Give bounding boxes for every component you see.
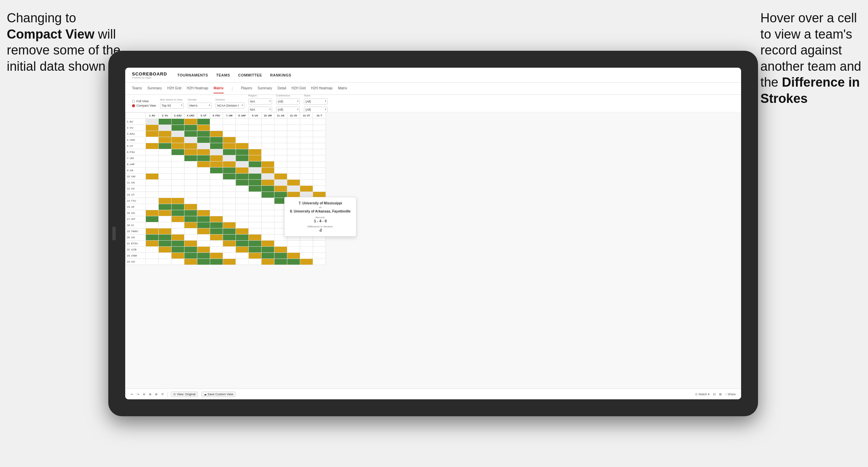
matrix-cell[interactable]	[300, 247, 313, 253]
matrix-cell[interactable]	[313, 180, 326, 186]
matrix-cell[interactable]	[172, 222, 184, 228]
matrix-cell[interactable]	[197, 247, 210, 253]
matrix-cell[interactable]	[223, 143, 236, 149]
matrix-cell[interactable]	[300, 143, 313, 149]
matrix-cell[interactable]	[313, 137, 326, 143]
filter-team-select2[interactable]: (All)	[304, 107, 328, 113]
matrix-cell[interactable]	[210, 119, 223, 125]
matrix-cell[interactable]	[197, 228, 210, 235]
matrix-cell[interactable]	[172, 228, 184, 235]
matrix-cell[interactable]	[197, 198, 210, 204]
matrix-cell[interactable]	[159, 198, 172, 204]
filter-team-select[interactable]: (All)	[304, 98, 328, 105]
matrix-cell[interactable]	[223, 192, 236, 198]
matrix-cell[interactable]	[146, 247, 159, 253]
matrix-cell[interactable]	[249, 143, 262, 149]
matrix-cell[interactable]	[249, 247, 262, 253]
sub-nav-matrix1[interactable]: Matrix	[214, 84, 223, 93]
matrix-cell[interactable]	[184, 235, 197, 241]
matrix-cell[interactable]	[159, 143, 172, 149]
matrix-cell[interactable]	[184, 228, 197, 235]
matrix-cell[interactable]	[210, 168, 223, 174]
matrix-cell[interactable]	[172, 131, 184, 137]
matrix-cell[interactable]	[146, 168, 159, 174]
matrix-cell[interactable]	[197, 168, 210, 174]
sub-nav-h2h-heatmap1[interactable]: H2H Heatmap	[187, 84, 208, 93]
matrix-cell[interactable]	[172, 137, 184, 143]
matrix-cell[interactable]	[184, 192, 197, 198]
matrix-cell[interactable]	[274, 180, 287, 186]
nav-tournaments[interactable]: TOURNAMENTS	[177, 72, 208, 79]
filter-team-wrap2[interactable]: (All)	[304, 106, 328, 113]
matrix-cell[interactable]	[210, 259, 223, 265]
matrix-cell[interactable]	[287, 253, 300, 259]
matrix-cell[interactable]	[223, 180, 236, 186]
matrix-cell[interactable]	[236, 143, 249, 149]
matrix-cell[interactable]	[172, 192, 184, 198]
toolbar-undo[interactable]: ↩	[131, 393, 133, 396]
matrix-cell[interactable]	[159, 168, 172, 174]
matrix-cell[interactable]	[249, 253, 262, 259]
matrix-cell[interactable]	[262, 235, 274, 241]
sub-nav-matrix2[interactable]: Matrix	[338, 84, 347, 93]
matrix-cell[interactable]	[262, 168, 274, 174]
matrix-cell[interactable]	[184, 168, 197, 174]
matrix-cell[interactable]	[262, 253, 274, 259]
matrix-cell[interactable]	[172, 149, 184, 155]
matrix-cell[interactable]	[223, 131, 236, 137]
matrix-cell[interactable]	[274, 143, 287, 149]
matrix-cell[interactable]	[223, 198, 236, 204]
matrix-cell[interactable]	[146, 198, 159, 204]
matrix-cell[interactable]	[197, 180, 210, 186]
matrix-cell[interactable]	[146, 149, 159, 155]
matrix-cell[interactable]	[172, 198, 184, 204]
matrix-cell[interactable]	[236, 235, 249, 241]
matrix-cell[interactable]	[146, 137, 159, 143]
matrix-cell[interactable]	[249, 137, 262, 143]
matrix-cell[interactable]	[159, 149, 172, 155]
matrix-cell[interactable]	[159, 235, 172, 241]
matrix-cell[interactable]	[287, 125, 300, 131]
matrix-cell[interactable]	[172, 125, 184, 131]
matrix-cell[interactable]	[184, 131, 197, 137]
matrix-cell[interactable]	[249, 210, 262, 216]
matrix-cell[interactable]	[159, 228, 172, 235]
matrix-cell[interactable]	[313, 131, 326, 137]
matrix-cell[interactable]	[262, 210, 274, 216]
matrix-cell[interactable]	[146, 131, 159, 137]
matrix-cell[interactable]	[197, 241, 210, 247]
matrix-cell[interactable]	[223, 241, 236, 247]
matrix-cell[interactable]	[249, 174, 262, 180]
matrix-cell[interactable]	[146, 161, 159, 168]
matrix-cell[interactable]	[159, 174, 172, 180]
matrix-cell[interactable]	[184, 204, 197, 210]
matrix-cell[interactable]	[223, 137, 236, 143]
matrix-cell[interactable]	[313, 241, 326, 247]
matrix-cell[interactable]	[210, 186, 223, 192]
matrix-cell[interactable]	[210, 235, 223, 241]
matrix-cell[interactable]	[223, 204, 236, 210]
matrix-cell[interactable]	[274, 241, 287, 247]
matrix-cell[interactable]	[184, 143, 197, 149]
matrix-cell[interactable]	[159, 125, 172, 131]
matrix-cell[interactable]	[197, 119, 210, 125]
filter-division-wrap[interactable]: NCAA Division I	[216, 102, 244, 109]
matrix-cell[interactable]	[313, 174, 326, 180]
matrix-cell[interactable]	[249, 192, 262, 198]
matrix-cell[interactable]	[313, 253, 326, 259]
matrix-cell[interactable]	[172, 155, 184, 161]
matrix-cell[interactable]	[274, 174, 287, 180]
matrix-cell[interactable]	[249, 161, 262, 168]
nav-rankings[interactable]: RANKINGS	[270, 72, 291, 79]
matrix-cell[interactable]	[287, 143, 300, 149]
matrix-cell[interactable]	[262, 155, 274, 161]
matrix-cell[interactable]	[223, 235, 236, 241]
matrix-cell[interactable]	[223, 161, 236, 168]
matrix-cell[interactable]	[184, 198, 197, 204]
sub-nav-summary2[interactable]: Summary	[258, 84, 272, 93]
matrix-cell[interactable]	[159, 253, 172, 259]
matrix-cell[interactable]	[287, 259, 300, 265]
toolbar-redo[interactable]: ↪	[137, 393, 139, 396]
matrix-cell[interactable]	[262, 143, 274, 149]
matrix-cell[interactable]	[146, 186, 159, 192]
